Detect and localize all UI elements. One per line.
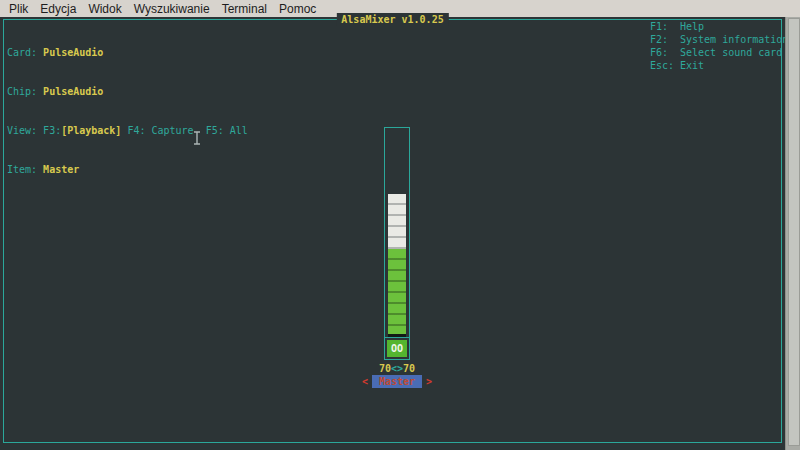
mixer-info-block: Card:PulseAudio Chip:PulseAudio View:F3:…: [7, 20, 248, 202]
help-label-f6: Select sound card: [680, 47, 782, 58]
card-value: PulseAudio: [43, 47, 103, 58]
volume-left-value: 70: [379, 363, 391, 374]
scrollbar-thumb[interactable]: [788, 18, 800, 446]
view-other-modes: F4: Capture F5: All: [127, 125, 247, 136]
menu-item-file[interactable]: Plik: [3, 1, 34, 17]
volume-fill-upper-segment: [388, 194, 406, 249]
chip-label: Chip:: [7, 86, 37, 97]
help-row-f6: F6:Select sound card: [650, 46, 788, 59]
item-row: Item:Master: [7, 163, 248, 176]
volume-fill: [388, 194, 406, 338]
help-key-esc: Esc:: [650, 59, 680, 72]
menu-item-view[interactable]: Widok: [82, 1, 127, 17]
help-row-esc: Esc:Exit: [650, 59, 788, 72]
item-value: Master: [43, 164, 79, 175]
chip-value: PulseAudio: [43, 86, 103, 97]
next-control-arrow: >: [426, 375, 432, 388]
view-f3-key: F3:: [43, 125, 61, 136]
help-label-f2: System information: [680, 34, 788, 45]
terminal-scrollbar[interactable]: [785, 17, 800, 450]
view-label: View:: [7, 125, 37, 136]
menu-item-edit[interactable]: Edycja: [34, 1, 82, 17]
card-row: Card:PulseAudio: [7, 46, 248, 59]
menu-item-terminal[interactable]: Terminal: [216, 1, 273, 17]
item-label: Item:: [7, 164, 37, 175]
help-key-f2: F2:: [650, 33, 680, 46]
help-block: F1:Help F2:System information F6:Select …: [650, 20, 788, 72]
prev-control-arrow: <: [362, 375, 368, 388]
volume-right-value: 70: [403, 363, 415, 374]
card-label: Card:: [7, 47, 37, 58]
volume-bar-master[interactable]: OO: [384, 127, 410, 360]
help-row-f1: F1:Help: [650, 20, 788, 33]
help-key-f6: F6:: [650, 46, 680, 59]
menu-item-search[interactable]: Wyszukiwanie: [128, 1, 216, 17]
channel-link-glyph: <>: [391, 363, 403, 374]
bar-divider: [385, 337, 409, 338]
selected-control-row[interactable]: < Master >: [334, 374, 460, 388]
terminal-viewport: AlsaMixer v1.0.25 Card:PulseAudio Chip:P…: [0, 17, 785, 450]
chip-row: Chip:PulseAudio: [7, 85, 248, 98]
volume-fill-lower-segment: [388, 249, 406, 334]
alsamixer-title: AlsaMixer v1.0.25: [336, 13, 448, 26]
help-label-f1: Help: [680, 21, 704, 32]
mute-indicator[interactable]: OO: [387, 340, 407, 357]
help-label-esc: Exit: [680, 60, 704, 71]
text-cursor-pointer: [192, 130, 202, 146]
help-key-f1: F1:: [650, 20, 680, 33]
help-row-f2: F2:System information: [650, 33, 788, 46]
menu-item-help[interactable]: Pomoc: [273, 1, 322, 17]
view-row: View:F3:[Playback]F4: Capture F5: All: [7, 124, 248, 137]
view-playback-mode: [Playback]: [61, 125, 121, 136]
selected-control-name: Master: [372, 375, 422, 388]
